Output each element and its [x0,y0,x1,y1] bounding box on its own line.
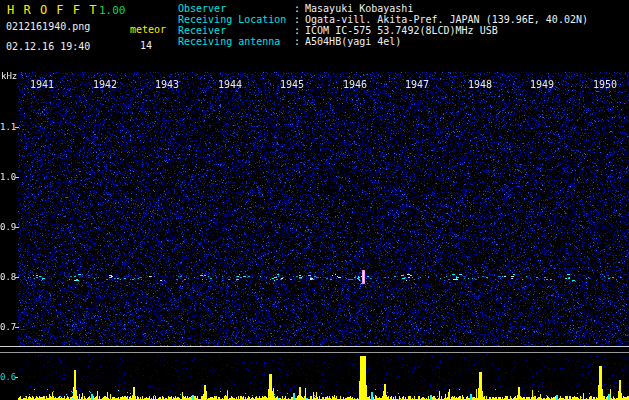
x-tick-label: 1949 [530,79,554,90]
spectrogram-canvas [18,72,629,346]
info-separator: : [294,14,300,25]
y-tick-label: 0.7 [0,322,16,332]
info-value: Masayuki Kobayashi [305,3,413,14]
info-label: Receiver [178,25,294,36]
x-tick-label: 1942 [93,79,117,90]
x-tick-label: 1941 [30,79,54,90]
info-value: A504HB(yagi 4el) [305,36,401,47]
meteor-count: 14 [140,40,152,51]
info-separator: : [294,36,300,47]
x-tick-label: 1943 [155,79,179,90]
y-tick-label: 0.8 [0,272,16,282]
info-row: Receiving antenna:A504HB(yagi 4el) [178,36,588,47]
info-label: Receiving Location [178,14,294,25]
x-tick-label: 1947 [405,79,429,90]
info-value: ICOM IC-575 53.7492(8LCD)MHz USB [305,25,498,36]
info-label: Observer [178,3,294,14]
x-tick-label: 1950 [593,79,617,90]
info-row: Receiving Location:Ogata-vill. Akita-Pre… [178,14,588,25]
info-value: Ogata-vill. Akita-Pref. JAPAN (139.96E, … [305,14,588,25]
x-tick-label: 1944 [218,79,242,90]
y-tick-mark [15,177,19,178]
info-label: Receiving antenna [178,36,294,47]
hrofft-output-screen: H R O F F T 1.00 0212161940.png meteor 0… [0,0,629,400]
x-tick-label: 1946 [343,79,367,90]
y-tick-mark [15,227,19,228]
signal-level-canvas [18,353,629,400]
mode-label: meteor [130,24,166,35]
y-tick-mark [15,327,19,328]
output-filename: 0212161940.png [6,21,90,32]
y-tick-label: 0.9 [0,222,16,232]
y-tick-label: 1.0 [0,172,16,182]
info-row: Receiver:ICOM IC-575 53.7492(8LCD)MHz US… [178,25,588,36]
y-tick-label: 0.6 [0,372,16,382]
station-info-block: Observer:Masayuki Kobayashi Receiving Lo… [178,3,588,47]
x-tick-label: 1945 [280,79,304,90]
y-tick-mark [15,277,19,278]
y-tick-label: 1.1 [0,122,16,132]
x-tick-label: 1948 [468,79,492,90]
observation-datetime: 02.12.16 19:40 [6,41,90,52]
y-tick-mark [15,127,19,128]
app-title: H R O F F T [7,3,97,17]
info-row: Observer:Masayuki Kobayashi [178,3,588,14]
separator-line-top [0,346,629,347]
info-separator: : [294,25,300,36]
y-axis-unit-label: kHz [1,71,17,81]
app-version: 1.00 [99,4,126,17]
info-separator: : [294,3,300,14]
